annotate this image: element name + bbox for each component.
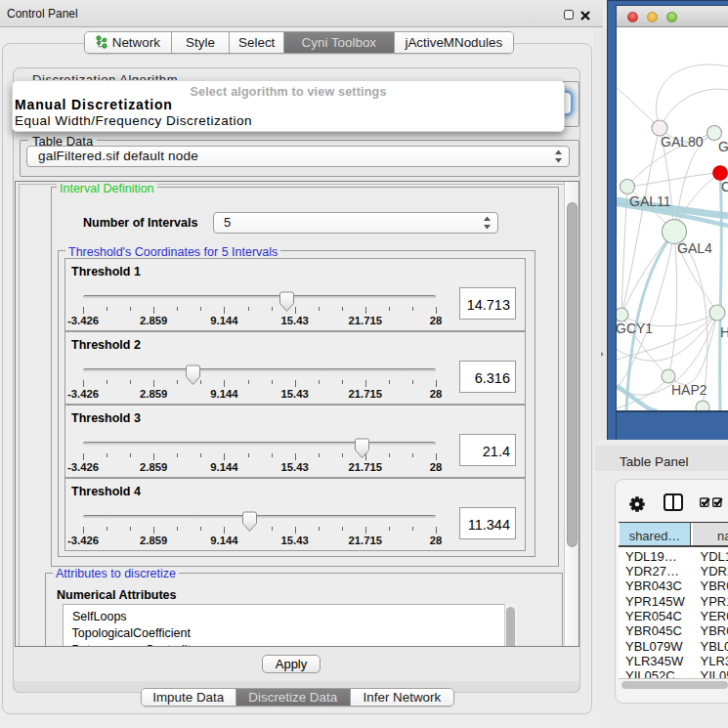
svg-text:GA: GA xyxy=(718,139,728,154)
svg-text:HAP2: HAP2 xyxy=(671,382,707,398)
svg-text:GCY1: GCY1 xyxy=(617,321,653,336)
svg-text:C: C xyxy=(721,179,728,194)
svg-text:GAL80: GAL80 xyxy=(661,134,704,150)
svg-text:GAL4: GAL4 xyxy=(677,240,712,256)
svg-text:GAL11: GAL11 xyxy=(629,193,671,209)
svg-text:H: H xyxy=(720,324,728,340)
